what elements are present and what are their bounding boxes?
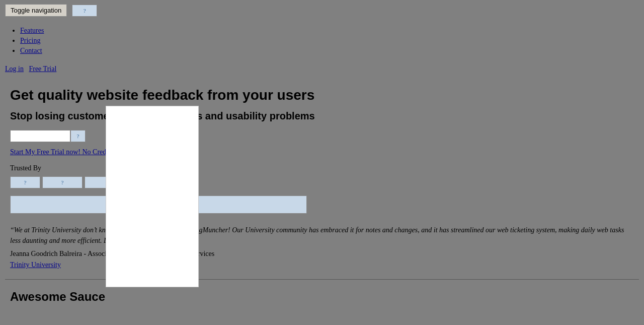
navbar: Toggle navigation ?: [0, 0, 644, 21]
email-input[interactable]: [10, 130, 70, 142]
trusted-by-label: Trusted By: [10, 164, 634, 172]
login-link[interactable]: Log in: [5, 65, 24, 73]
nav-links: Features Pricing Contact: [0, 21, 644, 62]
nav-logo: ?: [72, 5, 97, 17]
hero-headline: Get quality website feedback from your u…: [10, 87, 634, 103]
nav-link-contact[interactable]: Contact: [20, 47, 42, 54]
hero-subheadline: Stop losing customers to website errors …: [10, 110, 634, 122]
nav-item-pricing: Pricing: [20, 37, 634, 45]
submit-icon: ?: [77, 133, 79, 139]
trusted-logo-2: ?: [42, 176, 83, 188]
auth-links: Log in Free Trial: [0, 62, 644, 79]
section-divider: [5, 279, 639, 280]
awesome-sauce-section: Awesome Sauce: [5, 285, 639, 309]
testimonial-section: “We at Trinity University don’t know wha…: [5, 225, 639, 274]
nav-list: Features Pricing Contact: [20, 27, 634, 55]
modal-overlay: [106, 106, 199, 287]
trusted-logos: ? ? ? ?: [10, 176, 634, 188]
main-content: Get quality website feedback from your u…: [0, 79, 644, 309]
hero-section: Get quality website feedback from your u…: [5, 79, 639, 225]
logo-placeholder-icon: ?: [84, 8, 86, 14]
awesome-sauce-heading: Awesome Sauce: [10, 290, 634, 304]
email-form-row: ?: [10, 130, 634, 142]
nav-link-features[interactable]: Features: [20, 27, 44, 34]
trusted-logo-1: ?: [10, 176, 40, 188]
start-trial-link[interactable]: Start My Free Trial now! No Credit Card …: [10, 148, 634, 156]
testimonial-quote: “We at Trinity University don’t know wha…: [10, 225, 634, 246]
nav-link-pricing[interactable]: Pricing: [20, 37, 40, 44]
testimonial-attribution: Jeanna Goodrich Balreira - Associate Dir…: [10, 250, 634, 258]
email-submit-button[interactable]: ?: [70, 130, 86, 142]
nav-item-features: Features: [20, 27, 634, 35]
testimonial-org-link[interactable]: Trinity University: [10, 261, 61, 269]
nav-item-contact: Contact: [20, 47, 634, 55]
free-trial-link[interactable]: Free Trial: [29, 65, 56, 73]
toggle-navigation-button[interactable]: Toggle navigation: [5, 4, 67, 17]
